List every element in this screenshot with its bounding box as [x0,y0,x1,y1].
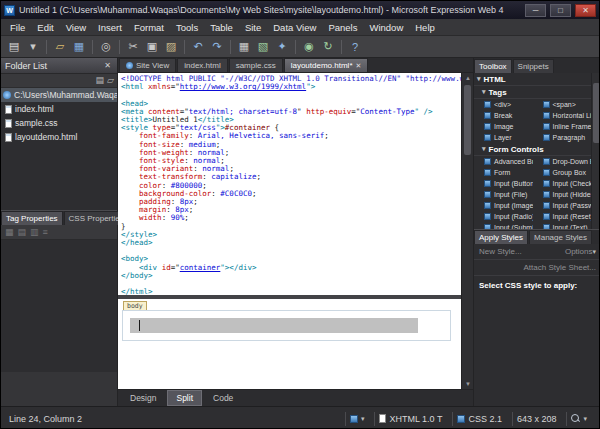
new-document-icon[interactable]: ▤ [5,38,23,56]
code-line[interactable] [121,280,461,288]
toolbox-item-input-check[interactable]: Input (Check... [533,178,592,189]
site-root-item[interactable]: C:\Users\Muhammad.Waqas\Documents\M [1,88,117,102]
menu-data-view[interactable]: Data View [267,20,322,35]
code-line[interactable] [121,91,461,99]
undo-icon[interactable]: ↶ [189,38,207,56]
style-application-indicator[interactable]: ▾ [345,412,369,426]
folder-list-header[interactable]: Folder List ✕ [1,58,117,74]
tab-snippets[interactable]: Snippets [513,59,554,73]
design-pane[interactable]: body [118,299,461,389]
file-item-index-html[interactable]: index.html [1,102,117,116]
show-alphabetical-icon[interactable]: ▤ [18,227,27,237]
toolbox-section-tags[interactable]: ▾Tags [474,86,591,99]
design-size-indicator[interactable]: 643 x 208 [512,412,561,426]
code-line[interactable] [121,247,461,255]
zoom-control[interactable]: ▾ [566,412,591,426]
doc-tab-site-view[interactable]: Site View [119,58,176,72]
toolbox-item-div[interactable]: <div> [474,99,533,110]
toolbox-root-html[interactable]: ▾ HTML [474,73,591,86]
tab-toolbox[interactable]: Toolbox [474,59,512,73]
code-line[interactable]: <html xmlns="http://www.w3.org/1999/xhtm… [121,83,461,91]
save-icon[interactable]: ▦ [70,38,88,56]
insert-hyperlink-icon[interactable]: ✦ [273,38,291,56]
menu-panels[interactable]: Panels [322,20,363,35]
redo-icon[interactable]: ↷ [208,38,226,56]
toolbox-item-horizontal-line[interactable]: Horizontal Line [533,110,592,121]
scrollbar-thumb[interactable] [464,85,471,155]
code-line[interactable]: </style> [121,231,461,239]
toolbox-item-input-reset[interactable]: Input (Reset) [533,211,592,222]
new-document-dropdown-icon[interactable]: ▾ [24,38,42,56]
new-page-icon[interactable]: ▤ [96,75,105,86]
attach-style-sheet-button[interactable]: Attach Style Sheet... [524,263,596,272]
menu-site[interactable]: Site [239,20,267,35]
close-panel-icon[interactable]: ✕ [102,61,113,70]
toolbox-item-input-hidden[interactable]: Input (Hidden) [533,189,592,200]
options-dropdown-icon[interactable]: ▾ [592,248,596,256]
doc-tab-index-html[interactable]: index.html [177,58,227,72]
view-tab-code[interactable]: Code [204,390,242,406]
toolbox-section-form-controls[interactable]: ▾Form Controls [474,143,591,156]
code-line[interactable]: </body> [121,272,461,280]
cut-icon[interactable]: ✂ [124,38,142,56]
toolbox-item-input-passw[interactable]: Input (Passw... [533,200,592,211]
menu-insert[interactable]: Insert [92,20,128,35]
maximize-button[interactable]: □ [550,4,571,17]
toolbox-item-input-radio[interactable]: Input (Radio) [474,211,533,222]
copy-icon[interactable]: ▣ [143,38,161,56]
toolbox-item-group-box[interactable]: Group Box [533,167,592,178]
toolbox-item-input-image[interactable]: Input (Image) [474,200,533,211]
help-icon[interactable]: ? [346,38,364,56]
toolbox-item-input-file[interactable]: Input (File) [474,189,533,200]
css-schema-indicator[interactable]: CSS 2.1 [452,412,506,426]
file-item-layoutdemo-html[interactable]: layoutdemo.html [1,130,117,144]
menu-window[interactable]: Window [363,20,409,35]
toolbox-item-input-submit[interactable]: Input (Submit) [474,222,533,229]
file-item-sample-css[interactable]: sample.css [1,116,117,130]
view-tab-design[interactable]: Design [121,390,165,406]
code-line[interactable]: </html> [121,288,461,295]
editor-scrollbar[interactable]: ▲ ▼ [461,73,473,389]
toolbox-item-break[interactable]: Break [474,110,533,121]
toolbox-item-drop-down-box[interactable]: Drop-Down Box [533,156,592,167]
refresh-icon[interactable]: ↻ [319,38,337,56]
container-div[interactable] [130,318,418,333]
toolbox-item-paragraph[interactable]: Paragraph [533,132,592,143]
summary-icon[interactable]: ≡ [43,227,48,237]
doc-tab-layoutdemo-html[interactable]: layoutdemo.html*✕ [284,58,369,72]
toolbox-item-span[interactable]: <span> [533,99,592,110]
menu-file[interactable]: File [4,20,31,35]
doctype-indicator[interactable]: XHTML 1.0 T [374,412,446,426]
insert-image-icon[interactable]: ▧ [254,38,272,56]
code-line[interactable]: </head> [121,239,461,247]
options-button[interactable]: Options [565,247,593,256]
code-line[interactable]: width: 90%; [121,214,461,222]
toolbox-item-form[interactable]: Form [474,167,533,178]
toolbox-item-input-button[interactable]: Input (Button) [474,178,533,189]
toolbox-scroll-thumb[interactable] [593,83,600,143]
close-button[interactable]: ✕ [575,4,596,17]
show-categorized-icon[interactable]: ▦ [5,227,14,237]
preview-in-browser-icon[interactable]: ◉ [300,38,318,56]
toolbox-item-input-text[interactable]: Input (Text) [533,222,592,229]
doc-tab-sample-css[interactable]: sample.css [229,58,283,72]
show-set-properties-icon[interactable]: ▥ [30,227,39,237]
toolbox-item-layer[interactable]: Layer [474,132,533,143]
toolbox-item-image[interactable]: Image [474,121,533,132]
toolbox-scrollbar[interactable] [591,73,600,229]
insert-table-icon[interactable]: ▦ [235,38,253,56]
paste-icon[interactable]: ▨ [162,38,180,56]
view-tab-split[interactable]: Split [167,390,202,406]
menu-help[interactable]: Help [409,20,441,35]
code-pane[interactable]: <!DOCTYPE html PUBLIC "-//W3C//DTD XHTML… [118,73,461,295]
find-icon[interactable]: ◎ [97,38,115,56]
toolbox-item-inline-frame[interactable]: Inline Frame [533,121,592,132]
close-tab-icon[interactable]: ✕ [356,62,362,70]
tab-tag-properties[interactable]: Tag Properties [1,211,63,225]
code-line[interactable]: } [121,223,461,231]
menu-view[interactable]: View [60,20,92,35]
menu-format[interactable]: Format [128,20,170,35]
new-folder-icon[interactable]: ▱ [107,75,114,86]
tab-manage-styles[interactable]: Manage Styles [529,230,592,244]
tab-apply-styles[interactable]: Apply Styles [474,230,528,244]
